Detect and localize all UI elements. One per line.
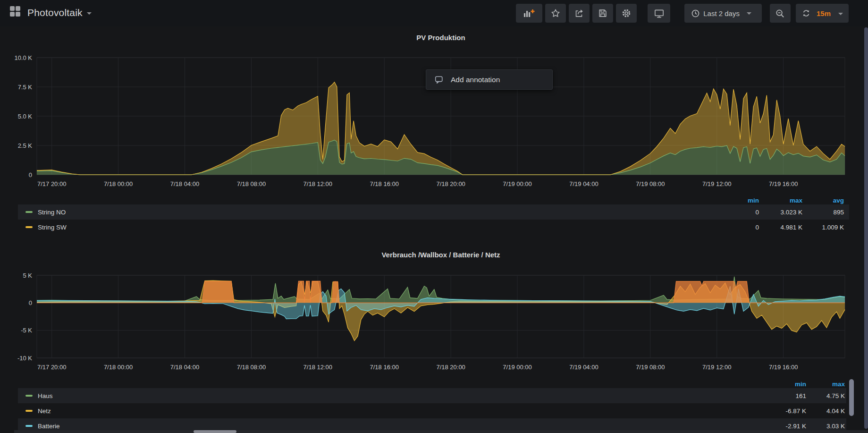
- legend-series-toggle[interactable]: String SW: [18, 224, 716, 231]
- legend-scrollbar[interactable]: [849, 379, 854, 416]
- refresh-icon: [801, 8, 811, 18]
- legend-value-max: 4.981 K: [759, 224, 802, 231]
- series-label: String NO: [38, 209, 66, 216]
- svg-text:7/18 08:00: 7/18 08:00: [237, 364, 266, 371]
- svg-text:7/19 16:00: 7/19 16:00: [769, 180, 798, 187]
- svg-text:7/18 16:00: 7/18 16:00: [370, 180, 399, 187]
- legend-row-netz: Netz-6.87 K4.04 K: [18, 403, 846, 418]
- legend-value-max: 3.03 K: [806, 423, 845, 430]
- svg-text:7/17 20:00: 7/17 20:00: [37, 364, 66, 371]
- svg-text:-10 K: -10 K: [17, 355, 32, 362]
- svg-text:7/18 00:00: 7/18 00:00: [104, 180, 133, 187]
- svg-text:7/17 20:00: 7/17 20:00: [37, 180, 66, 187]
- refresh-interval-label[interactable]: 15m: [817, 9, 831, 17]
- panel-title-verbrauch[interactable]: Verbrauch /Wallbox / Batterie / Netz: [37, 251, 845, 259]
- navbar: Photovoltaik: [0, 0, 868, 26]
- dashboard-title-dropdown[interactable]: Photovoltaik: [10, 6, 92, 19]
- legend-sort-min[interactable]: min: [761, 381, 806, 388]
- legend-sort-avg[interactable]: avg: [802, 197, 844, 204]
- legend-value-min: -6.87 K: [761, 408, 806, 415]
- legend-value-min: 0: [716, 224, 759, 231]
- horizontal-scrollbar-track[interactable]: [14, 430, 868, 433]
- svg-text:5 K: 5 K: [23, 272, 32, 279]
- add-panel-button[interactable]: [516, 4, 542, 23]
- legend-value-min: 0: [716, 209, 759, 216]
- tv-mode-icon: [654, 8, 665, 19]
- svg-text:7/18 08:00: 7/18 08:00: [237, 180, 266, 187]
- horizontal-scrollbar-thumb[interactable]: [194, 430, 236, 433]
- comment-bubble-icon: [434, 75, 444, 85]
- svg-text:0: 0: [29, 171, 32, 178]
- add-annotation-label: Add annotation: [451, 76, 500, 84]
- series-color-swatch-icon[interactable]: [25, 410, 33, 412]
- page-title: Photovoltaik: [27, 7, 83, 18]
- dashboard-grid-icon: [10, 6, 21, 19]
- panel-title-pv-produktion[interactable]: PV Produktion: [37, 34, 845, 42]
- add-annotation-menu-item[interactable]: Add annotation: [426, 69, 553, 90]
- settings-gear-icon: [621, 8, 632, 18]
- series-label: Netz: [38, 408, 51, 415]
- svg-text:7.5 K: 7.5 K: [18, 84, 33, 91]
- svg-text:7/18 04:00: 7/18 04:00: [170, 364, 199, 371]
- verbrauch-legend-header: minmax: [18, 380, 846, 388]
- pv-produktion-chart[interactable]: 10.0 K7.5 K5.0 K2.5 K07/17 20:007/18 00:…: [0, 45, 868, 191]
- svg-text:7/19 12:00: 7/19 12:00: [702, 180, 731, 187]
- legend-series-toggle[interactable]: Batterie: [18, 423, 761, 430]
- series-label: Batterie: [38, 423, 60, 430]
- series-color-swatch-icon[interactable]: [25, 211, 33, 213]
- refresh-button[interactable]: 15m: [796, 4, 849, 23]
- svg-text:0: 0: [29, 299, 32, 306]
- legend-value-max: 4.75 K: [806, 392, 845, 399]
- series-color-swatch-icon[interactable]: [25, 425, 33, 427]
- star-button[interactable]: [545, 4, 566, 23]
- series-label: String SW: [38, 224, 67, 231]
- svg-text:7/18 12:00: 7/18 12:00: [303, 180, 332, 187]
- legend-value-min: 161: [761, 392, 806, 399]
- share-icon: [574, 8, 584, 18]
- time-range-label: Last 2 days: [703, 9, 740, 17]
- legend-sort-min[interactable]: min: [716, 197, 759, 204]
- svg-text:7/18 16:00: 7/18 16:00: [370, 364, 399, 371]
- zoom-out-button[interactable]: [770, 4, 791, 23]
- add-panel-icon: [523, 8, 535, 19]
- svg-text:7/19 08:00: 7/19 08:00: [636, 180, 665, 187]
- legend-sort-max[interactable]: max: [806, 381, 845, 388]
- legend-sort-max[interactable]: max: [759, 197, 802, 204]
- chevron-down-icon: [838, 13, 843, 15]
- svg-text:7/18 12:00: 7/18 12:00: [303, 364, 332, 371]
- svg-text:7/18 00:00: 7/18 00:00: [104, 364, 133, 371]
- svg-text:7/18 04:00: 7/18 04:00: [170, 180, 199, 187]
- series-color-swatch-icon[interactable]: [25, 226, 33, 228]
- tv-mode-button[interactable]: [648, 4, 670, 23]
- save-button[interactable]: [592, 4, 613, 23]
- navbar-actions: Last 2 days 15m: [513, 4, 849, 23]
- svg-text:-5 K: -5 K: [21, 327, 32, 334]
- pv-legend-header: minmaxavg: [18, 196, 849, 204]
- legend-value-avg: 1.009 K: [802, 224, 844, 231]
- verbrauch-legend: minmaxHaus1614.75 KNetz-6.87 K4.04 KBatt…: [18, 380, 846, 433]
- legend-series-toggle[interactable]: String NO: [18, 209, 716, 216]
- svg-text:7/19 00:00: 7/19 00:00: [503, 364, 531, 371]
- svg-text:7/19 00:00: 7/19 00:00: [503, 180, 531, 187]
- legend-series-toggle[interactable]: Netz: [18, 408, 761, 415]
- svg-text:2.5 K: 2.5 K: [18, 142, 33, 149]
- chevron-down-icon: [747, 12, 751, 15]
- share-button[interactable]: [569, 4, 590, 23]
- svg-text:7/18 20:00: 7/18 20:00: [436, 364, 465, 371]
- star-icon: [550, 8, 561, 18]
- zoom-out-icon: [775, 8, 785, 19]
- svg-text:10.0 K: 10.0 K: [14, 54, 32, 61]
- legend-row-haus: Haus1614.75 K: [18, 388, 846, 403]
- save-icon: [598, 8, 608, 18]
- svg-text:7/19 12:00: 7/19 12:00: [702, 364, 731, 371]
- settings-button[interactable]: [616, 4, 637, 23]
- series-color-swatch-icon[interactable]: [25, 395, 33, 397]
- legend-value-max: 3.023 K: [759, 209, 802, 216]
- verbrauch-chart[interactable]: 5 K0-5 K-10 K7/17 20:007/18 00:007/18 04…: [0, 262, 868, 375]
- legend-series-toggle[interactable]: Haus: [18, 392, 761, 399]
- svg-text:7/18 20:00: 7/18 20:00: [436, 180, 465, 187]
- series-label: Haus: [38, 392, 53, 399]
- page-scrollbar[interactable]: [864, 27, 868, 429]
- time-range-picker[interactable]: Last 2 days: [684, 4, 762, 23]
- legend-row-string-sw: String SW04.981 K1.009 K: [18, 220, 849, 235]
